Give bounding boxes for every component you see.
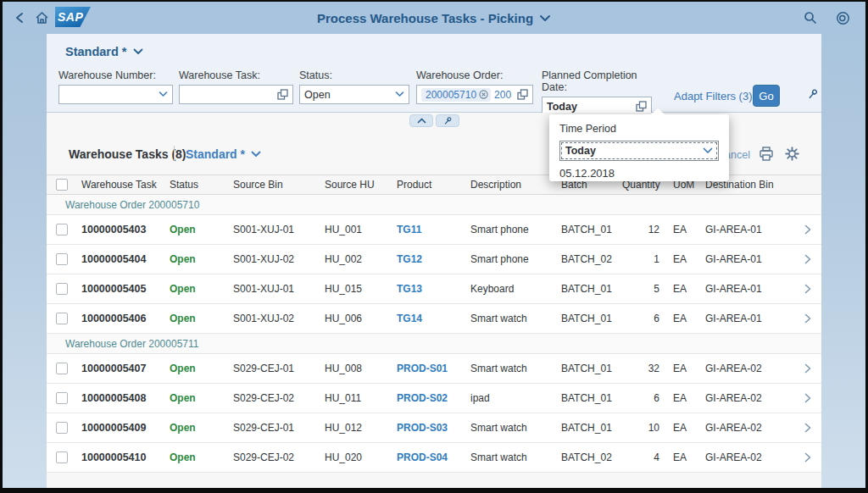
table-row[interactable]: 10000005403 Open S001-XUJ-01 HU_001 TG11… xyxy=(47,215,821,245)
row-checkbox[interactable] xyxy=(56,313,68,324)
product-link[interactable]: PROD-S04 xyxy=(397,451,470,463)
cell-warehouse-task: 10000005406 xyxy=(81,313,170,324)
pin-filter-bar-button[interactable] xyxy=(806,88,819,101)
warehouse-number-field: Warehouse Number: xyxy=(58,69,173,104)
column-header-source-bin[interactable]: Source Bin xyxy=(233,179,325,191)
table-settings-button[interactable] xyxy=(785,147,799,161)
row-nav-button[interactable] xyxy=(793,452,821,463)
row-nav-button[interactable] xyxy=(793,254,821,264)
product-link[interactable]: PROD-S02 xyxy=(397,392,470,404)
print-icon xyxy=(759,147,774,161)
planned-completion-date-field: Planned Completion Date: Today xyxy=(542,69,652,116)
value-help-icon[interactable] xyxy=(277,89,288,100)
row-checkbox[interactable] xyxy=(56,422,68,434)
row-nav-button[interactable] xyxy=(793,313,821,324)
table-row[interactable]: 10000005404 Open S001-XUJ-02 HU_002 TG12… xyxy=(47,245,821,274)
warehouse-task-input[interactable] xyxy=(179,85,293,104)
product-link[interactable]: TG13 xyxy=(397,283,470,295)
cell-uom: EA xyxy=(665,451,705,463)
product-link[interactable]: PROD-S01 xyxy=(397,363,470,374)
warehouse-order-token[interactable]: 200005710 xyxy=(421,88,491,102)
warehouse-order-input[interactable]: 200005710 200 xyxy=(416,85,533,104)
value-help-icon[interactable] xyxy=(636,101,647,112)
table-variant-selector[interactable]: Standard * xyxy=(186,147,261,161)
product-link[interactable]: TG11 xyxy=(397,224,470,235)
table-row[interactable]: 10000005407 Open S029-CEJ-01 HU_008 PROD… xyxy=(47,354,821,384)
collapse-filter-bar-button[interactable] xyxy=(409,114,433,127)
row-checkbox[interactable] xyxy=(56,392,68,404)
cell-quantity: 32 xyxy=(622,363,665,374)
pin-toggle-button[interactable] xyxy=(436,114,459,127)
app-window: SAP Process Warehouse Tasks - Picking St… xyxy=(0,0,868,493)
warehouse-number-select[interactable] xyxy=(58,85,173,104)
filter-bar: Standard * Warehouse Number: Warehouse T… xyxy=(47,34,821,113)
column-header-source-hu[interactable]: Source HU xyxy=(325,179,397,191)
token-text: 200005710 xyxy=(426,89,476,101)
time-period-select[interactable]: Today xyxy=(559,141,719,161)
status-field: Status: Open xyxy=(299,69,409,104)
group-header-label: Warehouse Order 200005710 xyxy=(65,199,199,211)
row-nav-button[interactable] xyxy=(793,363,821,374)
token-remove-icon[interactable] xyxy=(479,90,488,99)
cell-destination-bin: GI-AREA-02 xyxy=(705,363,793,374)
adapt-filters-link[interactable]: Adapt Filters (3) xyxy=(674,90,752,102)
filter-bar-controls xyxy=(409,114,459,127)
cell-description: Smart watch xyxy=(470,313,561,324)
value-help-icon[interactable] xyxy=(517,89,528,100)
row-nav-icon xyxy=(804,224,811,235)
time-period-value: Today xyxy=(565,145,703,157)
cell-description: Smart watch xyxy=(470,422,561,434)
row-checkbox[interactable] xyxy=(56,253,68,265)
product-link[interactable]: TG12 xyxy=(397,253,470,265)
product-link[interactable]: TG14 xyxy=(397,313,470,324)
app-title-menu[interactable]: Process Warehouse Tasks - Picking xyxy=(3,2,865,34)
search-button[interactable] xyxy=(800,8,821,28)
row-nav-button[interactable] xyxy=(793,393,821,403)
cell-source-bin: S001-XUJ-02 xyxy=(233,313,325,324)
column-header-warehouse-task[interactable]: Warehouse Task xyxy=(81,179,170,191)
cell-source-hu: HU_002 xyxy=(325,253,397,265)
cell-source-bin: S029-CEJ-02 xyxy=(233,451,325,463)
row-nav-button[interactable] xyxy=(793,423,821,433)
row-checkbox[interactable] xyxy=(56,224,68,235)
row-checkbox[interactable] xyxy=(56,451,68,463)
status-value: Open xyxy=(304,89,395,101)
time-period-popup: Time Period Today 05.12.2018 xyxy=(549,114,729,181)
go-button[interactable]: Go xyxy=(753,85,780,107)
cell-status: Open xyxy=(170,313,233,324)
row-checkbox[interactable] xyxy=(56,283,68,295)
table-row[interactable]: 10000005410 Open S029-CEJ-02 HU_020 PROD… xyxy=(47,443,821,473)
table-row[interactable]: 10000005409 Open S029-CEJ-01 HU_012 PROD… xyxy=(47,413,821,443)
status-label: Status: xyxy=(299,69,409,81)
group-header-row[interactable]: Warehouse Order 200005711 xyxy=(47,334,821,354)
cell-source-hu: HU_008 xyxy=(325,363,397,374)
filter-variant-selector[interactable]: Standard * xyxy=(65,45,143,58)
cell-status: Open xyxy=(170,253,233,265)
cell-source-bin: S001-XUJ-01 xyxy=(233,224,325,235)
table-row[interactable]: 10000005406 Open S001-XUJ-02 HU_006 TG14… xyxy=(47,304,821,334)
select-all-checkbox[interactable] xyxy=(56,179,68,191)
status-select[interactable]: Open xyxy=(299,85,409,104)
table-row[interactable]: 10000005408 Open S029-CEJ-02 HU_011 PROD… xyxy=(47,384,821,413)
row-nav-button[interactable] xyxy=(793,284,821,294)
row-nav-button[interactable] xyxy=(793,224,821,235)
group-header-row[interactable]: Warehouse Order 200005710 xyxy=(47,195,821,215)
cell-warehouse-task: 10000005410 xyxy=(81,451,170,463)
cell-description: ipad xyxy=(470,392,561,404)
table-body: Warehouse Order 200005710 10000005403 Op… xyxy=(47,195,821,473)
cell-description: Smart phone xyxy=(470,253,561,265)
column-header-product[interactable]: Product xyxy=(397,179,470,191)
row-nav-icon xyxy=(804,254,811,264)
row-checkbox[interactable] xyxy=(56,363,68,374)
table-row[interactable]: 10000005405 Open S001-XUJ-01 HU_015 TG13… xyxy=(47,274,821,304)
print-button[interactable] xyxy=(759,147,774,161)
column-header-status[interactable]: Status xyxy=(170,179,233,191)
cell-warehouse-task: 10000005408 xyxy=(81,392,170,404)
column-header-description[interactable]: Description xyxy=(470,179,561,191)
cell-batch: BATCH_02 xyxy=(561,253,622,265)
copilot-button[interactable] xyxy=(832,8,853,28)
product-link[interactable]: PROD-S03 xyxy=(397,422,470,434)
cell-quantity: 6 xyxy=(622,392,665,404)
cell-source-bin: S029-CEJ-02 xyxy=(233,392,325,404)
row-nav-icon xyxy=(804,313,811,324)
